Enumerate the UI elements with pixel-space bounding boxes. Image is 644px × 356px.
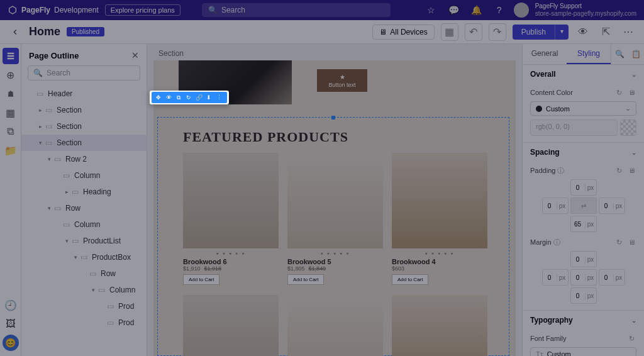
rail-help[interactable]: 😊 [3, 335, 19, 351]
expand-arrow-icon[interactable]: ▾ [63, 238, 70, 244]
more-icon[interactable]: ⋮ [214, 93, 223, 102]
rail-image[interactable]: 🖼 [3, 316, 19, 332]
selection-handle[interactable] [331, 116, 335, 120]
product-card[interactable]: ● ● ● ● ● Brookwood 4 $603 Add to Cart [392, 153, 487, 285]
save-icon[interactable]: ⬇ [204, 93, 213, 102]
expand-arrow-icon[interactable]: ▸ [36, 107, 44, 113]
tab-general[interactable]: General [523, 44, 567, 64]
outline-node[interactable]: ▾▭ProductList [21, 233, 147, 249]
more-menu-button[interactable]: ⋯ [620, 24, 636, 40]
outline-node[interactable]: ▭Row [21, 265, 147, 282]
color-picker-button[interactable] [620, 120, 636, 136]
padding-bottom-input[interactable]: px [570, 216, 597, 232]
outline-node[interactable]: ▸▭Section [21, 118, 147, 135]
section-spacing-header[interactable]: Spacing ⌄ [523, 143, 644, 162]
add-to-cart-button[interactable]: Add to Cart [287, 274, 324, 285]
help-icon[interactable]: ⓘ [553, 238, 560, 246]
section-overall-header[interactable]: Overall ⌄ [523, 65, 644, 84]
devices-dropdown[interactable]: 🖥 All Devices [372, 25, 434, 40]
reset-icon[interactable]: ↻ [614, 87, 624, 97]
rail-templates[interactable]: ⧉ [3, 123, 19, 140]
padding-top-input[interactable]: px [570, 179, 597, 196]
outline-node[interactable]: ▭Column [21, 167, 147, 184]
publish-dropdown[interactable]: ▾ [555, 25, 569, 40]
add-to-cart-button[interactable]: Add to Cart [183, 274, 219, 285]
outline-node[interactable]: ▾▭Row 2 [21, 151, 147, 167]
reset-icon[interactable]: ↻ [626, 333, 636, 343]
layout-grid-button[interactable]: ▦ [441, 23, 458, 41]
preview-button[interactable]: 👁 [575, 24, 591, 40]
margin-center-input[interactable]: px [570, 269, 597, 286]
move-icon[interactable]: ✥ [154, 93, 163, 102]
expand-arrow-icon[interactable]: ▸ [63, 189, 70, 195]
expand-arrow-icon[interactable]: ▾ [72, 254, 79, 260]
reset-icon[interactable]: ↻ [614, 165, 624, 175]
outline-node[interactable]: ▾▭ProductBox [21, 249, 147, 265]
content-color-select[interactable]: Custom ⌄ [530, 101, 636, 116]
outline-node[interactable]: ▸▭Heading [21, 184, 147, 200]
padding-right-input[interactable]: px [599, 197, 625, 214]
outline-node[interactable]: ▭Prod [21, 314, 147, 331]
desktop-icon[interactable]: 🖥 [626, 165, 636, 175]
link-icon[interactable]: 🔗 [194, 93, 203, 102]
outline-search[interactable]: 🔍 Search [28, 65, 140, 81]
outline-node[interactable]: ▭Header [21, 86, 147, 102]
margin-bottom-input[interactable]: px [570, 287, 597, 304]
tab-styling[interactable]: Styling [567, 44, 611, 64]
user-avatar[interactable] [514, 3, 529, 18]
desktop-icon[interactable]: 🖥 [626, 87, 636, 97]
props-search-button[interactable]: 🔍 [611, 45, 628, 64]
carousel-dots[interactable]: ● ● ● ● ● [392, 251, 487, 255]
refresh-icon[interactable]: ↻ [184, 93, 193, 102]
outline-node[interactable]: ▸▭Section [21, 102, 147, 118]
rail-add[interactable]: ⊕ [3, 67, 19, 83]
carousel-dots[interactable]: ● ● ● ● ● [183, 251, 279, 255]
outline-node[interactable]: ▭Column [21, 216, 147, 233]
chat-icon[interactable]: 💬 [446, 2, 462, 18]
account-info[interactable]: PageFly Support store-sample-pagefly.mys… [535, 3, 636, 18]
visibility-icon[interactable]: 👁 [164, 93, 173, 102]
product-card[interactable]: ● ● ● ● ● Brookwood 6 $1,910$1,918 Add t… [183, 153, 279, 285]
section-typography-header[interactable]: Typography ⌄ [523, 311, 644, 330]
outline-node[interactable]: ▾▭Section [21, 135, 147, 151]
publish-button[interactable]: Publish [513, 25, 555, 40]
bell-icon[interactable]: 🔔 [469, 2, 485, 18]
expand-arrow-icon[interactable]: ▾ [45, 205, 53, 211]
star-icon[interactable]: ☆ [423, 2, 440, 18]
copy-icon[interactable]: ⧉ [174, 93, 183, 102]
undo-button[interactable]: ↶ [465, 23, 482, 41]
outline-close-button[interactable]: ✕ [131, 50, 139, 60]
help-icon[interactable]: ? [491, 2, 508, 18]
global-search[interactable]: 🔍 Search [202, 3, 391, 17]
product-card[interactable]: ● ● ● ● ● Brookwood 5 $1,805$1,840 Add t… [287, 153, 383, 285]
font-family-select[interactable]: Tт Custom [530, 347, 636, 356]
reset-icon[interactable]: ↻ [614, 237, 624, 247]
margin-right-input[interactable]: px [599, 269, 625, 286]
expand-arrow-icon[interactable]: ▾ [45, 156, 53, 162]
rail-history[interactable]: 🕘 [3, 297, 19, 313]
carousel-dots[interactable]: ● ● ● ● ● [287, 251, 383, 255]
redo-button[interactable]: ↷ [489, 23, 506, 41]
margin-top-input[interactable]: px [570, 251, 597, 267]
rail-integrations[interactable] [3, 86, 19, 102]
explore-pricing-button[interactable]: Explore pricing plans [105, 4, 180, 16]
outline-node[interactable]: ▾▭Column [21, 282, 147, 298]
margin-left-input[interactable]: px [542, 269, 569, 286]
expand-arrow-icon[interactable]: ▸ [36, 123, 44, 130]
hero-button[interactable]: ★ Button text [317, 69, 367, 92]
rail-folder[interactable]: 📁 [3, 142, 19, 159]
back-button[interactable] [8, 25, 23, 40]
outline-node[interactable]: ▭Prod [21, 298, 147, 314]
expand-arrow-icon[interactable]: ▾ [89, 287, 97, 293]
padding-left-input[interactable]: px [542, 197, 569, 214]
padding-link-icon[interactable]: ⇄ [570, 197, 597, 214]
export-button[interactable]: ⇱ [597, 24, 614, 40]
desktop-icon[interactable]: 🖥 [626, 237, 636, 247]
help-icon[interactable]: ⓘ [557, 167, 564, 174]
rail-outline[interactable] [3, 48, 19, 64]
outline-node[interactable]: ▾▭Row [21, 200, 147, 216]
props-copy-button[interactable]: 📋 [628, 45, 644, 64]
rail-blocks[interactable]: ▦ [3, 104, 19, 121]
add-to-cart-button[interactable]: Add to Cart [392, 274, 428, 285]
expand-arrow-icon[interactable]: ▾ [36, 140, 44, 146]
